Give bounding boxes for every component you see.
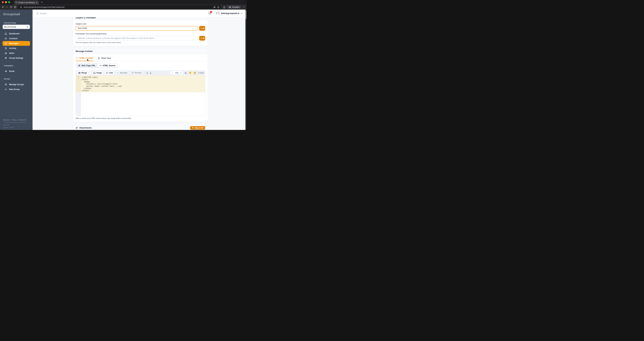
browser-tab[interactable]: G Create a new Message | Grou ✕: [14, 1, 39, 5]
page-scrollbar[interactable]: [246, 10, 246, 130]
sidebar-item-inbox[interactable]: Inbox: [2, 51, 30, 56]
sidebar-item-label: Group Settings: [9, 57, 23, 59]
url-text[interactable]: nemo.groupmail.io/messages/new?type=adva…: [24, 6, 212, 8]
current-group-select[interactable]: My 2nd Group: [3, 25, 30, 29]
search-input[interactable]: Search...: [36, 12, 48, 15]
font-size-increase[interactable]: +: [180, 72, 182, 74]
code-line: <body>: [82, 81, 205, 83]
merge-button[interactable]: Merge: [77, 71, 91, 75]
address-bar[interactable]: nemo.groupmail.io/messages/new?type=adva…: [18, 5, 222, 9]
code-icon: [100, 65, 102, 67]
sidebar-item-manage-groups[interactable]: Manage Groups: [2, 82, 30, 87]
html-code-editor[interactable]: 1 <!DOCTYPE html> <html> <body> <h1>Hell…: [76, 75, 205, 116]
web-page-url-button[interactable]: Web Page URL: [76, 64, 98, 68]
beautify-sparkles-icon: [117, 72, 119, 74]
tab-label: Plain Text: [102, 57, 111, 59]
upload-icon[interactable]: [146, 72, 148, 74]
topbar: Search... 4 hello@groupmail.io: [32, 10, 246, 17]
message-content-title: Message Content: [76, 50, 92, 52]
scrollbar-thumb[interactable]: [246, 10, 246, 19]
footer-link-about[interactable]: About Us: [3, 119, 10, 121]
code-area-empty[interactable]: [81, 92, 205, 116]
campaigns-section-label: Campaigns: [4, 65, 28, 67]
code-area[interactable]: <!DOCTYPE html> <html> <body> <h1>Hello …: [81, 76, 205, 92]
font-size-decrease[interactable]: −: [172, 72, 174, 74]
back-icon[interactable]: [2, 6, 4, 8]
close-window-button[interactable]: [2, 1, 4, 3]
browser-menu-icon[interactable]: [243, 6, 245, 8]
font-size-stepper: − 14px +: [170, 71, 183, 75]
footer-link-privacy[interactable]: Privacy: [11, 119, 17, 121]
html-source-button[interactable]: HTML Source: [98, 64, 118, 68]
new-tab-button[interactable]: +: [41, 1, 42, 4]
image-button[interactable]: Image: [92, 71, 104, 75]
preview-label: Preview: [134, 72, 142, 74]
download-icon[interactable]: [149, 72, 152, 74]
code-line: <!DOCTYPE html>: [82, 76, 205, 79]
chevron-down-icon: [88, 72, 89, 74]
preheader-ai-button[interactable]: AI: [199, 36, 205, 41]
notifications-button[interactable]: 4: [208, 12, 211, 15]
sidebar-item-contacts[interactable]: Contacts: [2, 36, 30, 41]
editor-hint: Write or paste your HTML email content. …: [76, 117, 205, 119]
line-numbers-toggle[interactable]: [193, 71, 197, 75]
sidebar-item-activity[interactable]: Activity: [2, 46, 30, 51]
reload-icon[interactable]: [10, 6, 12, 8]
bookmark-star-icon[interactable]: [217, 6, 220, 8]
hash-icon: [194, 72, 196, 74]
preview-button[interactable]: Preview: [130, 71, 143, 75]
forward-icon[interactable]: [6, 6, 8, 8]
side-panel-icon[interactable]: [14, 6, 16, 8]
sidebar-item-label: Manage Groups: [9, 83, 24, 86]
tab-close-icon[interactable]: ✕: [36, 2, 38, 4]
beautify-button[interactable]: Beautify: [116, 71, 129, 75]
subject-card-title: Subject & PreHeader: [76, 17, 96, 19]
globe-icon: [78, 65, 80, 67]
sidebar-item-messages[interactable]: Messages: [2, 41, 30, 46]
code-line: </body>: [82, 87, 205, 90]
inbox-icon: [4, 52, 7, 55]
segment-label: HTML Source: [103, 65, 116, 67]
minimize-window-button[interactable]: [5, 1, 7, 3]
beautify-label: Beautify: [120, 72, 127, 74]
word-wrap-toggle[interactable]: [188, 71, 192, 75]
tab-plain-text[interactable]: Plain Text: [98, 57, 111, 61]
tab-favicon: G: [16, 2, 17, 4]
attachments-title: Attachments: [79, 127, 92, 129]
line-number-gutter: 1: [76, 76, 81, 92]
dark-mode-icon[interactable]: [185, 72, 187, 74]
eye-off-icon[interactable]: [213, 6, 216, 8]
subject-line-input[interactable]: Test HTML: [76, 26, 198, 31]
preheader-placeholder: Optional: A short preview or summary tha…: [77, 37, 154, 39]
sidebar-item-new-group[interactable]: New Group: [2, 87, 30, 92]
preheader-input[interactable]: Optional: A short preview or summary tha…: [76, 36, 198, 41]
sidebar-item-dashboard[interactable]: Dashboard: [2, 31, 30, 36]
link-button[interactable]: Link: [104, 71, 114, 75]
zoom-window-button[interactable]: [8, 1, 10, 3]
link-icon: [106, 72, 108, 74]
downloads-icon[interactable]: [223, 6, 226, 8]
app-logo: Groupmail: [0, 10, 32, 16]
site-settings-icon[interactable]: [20, 6, 22, 8]
subject-preheader-card: Subject & PreHeader Subject Line Test HT…: [73, 17, 208, 46]
sparkles-icon: [200, 37, 202, 39]
tab-html-content[interactable]: HTML Content: [76, 57, 94, 61]
paperclip-icon: [76, 127, 78, 129]
sidebar-footer: About Us Privacy Contact Us © 2026 Group…: [3, 119, 32, 129]
attach-file-label: Attach File: [194, 127, 204, 129]
preview-eye-icon: [132, 72, 134, 74]
tab-title: Create a new Message | Grou: [18, 2, 35, 4]
notification-count-badge: 4: [210, 11, 212, 13]
subject-ai-button[interactable]: AI: [199, 26, 205, 31]
footer-link-contact[interactable]: Contact Us: [18, 119, 26, 121]
sidebar-item-group-settings[interactable]: Group Settings: [2, 56, 30, 60]
campaigns-nav: Email: [2, 69, 30, 74]
user-menu[interactable]: hello@groupmail.io: [216, 12, 243, 15]
gear-icon: [4, 57, 7, 59]
plus-icon: [4, 88, 7, 91]
sidebar-item-email[interactable]: Email: [2, 69, 30, 74]
attach-file-button[interactable]: Attach File: [190, 126, 205, 130]
line-number-gutter-empty: [76, 92, 81, 116]
topbar-divider: [214, 11, 214, 16]
attachments-card: Attachments Attach File: [73, 124, 208, 130]
